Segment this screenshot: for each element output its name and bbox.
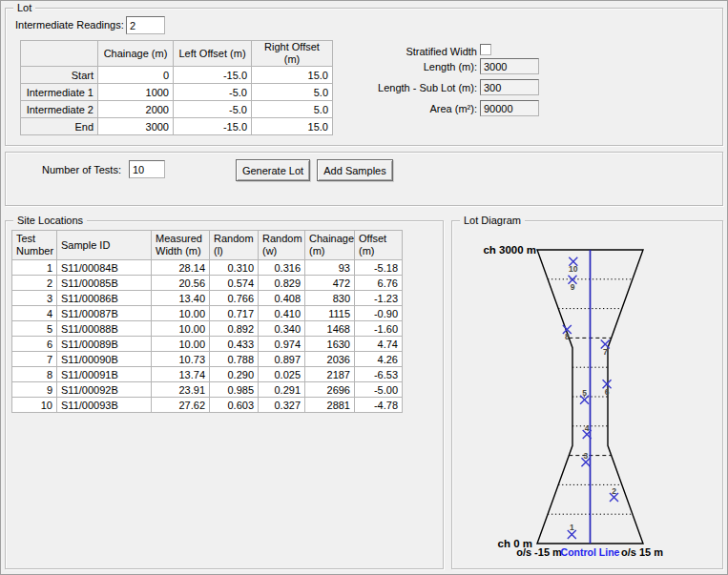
site-table-row: 3S11/00086B13.400.7660.408830-1.23	[12, 291, 403, 306]
lot-table-cell[interactable]: 15.0	[252, 118, 333, 135]
site-table-cell[interactable]: 0.340	[259, 321, 305, 337]
lot-table-cell[interactable]: -15.0	[174, 67, 252, 84]
site-table-cell[interactable]: 0.766	[210, 291, 259, 306]
site-table-cell[interactable]: 8	[12, 367, 57, 382]
site-table-cell[interactable]: 472	[305, 276, 355, 291]
site-table-cell[interactable]: 0.974	[259, 337, 305, 352]
test-marker-number: 7	[603, 347, 608, 357]
lot-table-row: End3000-15.015.0	[21, 118, 333, 135]
site-table-cell[interactable]: 2187	[305, 367, 355, 382]
site-table-cell[interactable]: 0.410	[259, 306, 305, 321]
site-table-cell[interactable]: 9	[12, 382, 57, 398]
site-table-cell[interactable]: 23.91	[152, 382, 210, 398]
site-table-cell[interactable]: 0.316	[259, 260, 305, 276]
lot-table-column-header: Left Offset (m)	[174, 41, 252, 67]
site-table-cell[interactable]: 2696	[305, 382, 355, 398]
lot-group-title: Lot	[13, 1, 35, 14]
site-table-cell[interactable]: S11/00093B	[57, 398, 152, 413]
site-table-cell[interactable]: 13.40	[152, 291, 210, 306]
length-input[interactable]	[480, 58, 539, 74]
site-table-cell[interactable]: 1468	[305, 321, 355, 337]
site-table-cell[interactable]: -5.00	[355, 382, 403, 398]
lot-table-cell[interactable]: 1000	[98, 84, 174, 101]
site-table-cell[interactable]: S11/00092B	[57, 382, 152, 398]
site-table-cell[interactable]: 28.14	[152, 260, 210, 276]
site-table-cell[interactable]: 10.00	[152, 337, 210, 352]
lot-table-cell[interactable]: 3000	[98, 118, 174, 135]
site-table-cell[interactable]: S11/00086B	[57, 291, 152, 306]
lot-table-cell[interactable]: 0	[98, 67, 174, 84]
site-table-cell[interactable]: 1	[12, 260, 57, 276]
site-table-cell[interactable]: 0.788	[210, 352, 259, 367]
site-table-cell[interactable]: 0.327	[259, 398, 305, 413]
site-table-cell[interactable]: S11/00088B	[57, 321, 152, 337]
lot-table-cell[interactable]: -15.0	[174, 118, 252, 135]
site-table-cell[interactable]: 2881	[305, 398, 355, 413]
site-table-cell[interactable]: 0.025	[259, 367, 305, 382]
site-table-cell[interactable]: 10.00	[152, 306, 210, 321]
site-table-cell[interactable]: 1115	[305, 306, 355, 321]
site-table-cell[interactable]: 0.897	[259, 352, 305, 367]
site-table-cell[interactable]: 4	[12, 306, 57, 321]
sublot-length-input[interactable]	[480, 79, 539, 95]
site-table-cell[interactable]: 27.62	[152, 398, 210, 413]
site-table-cell[interactable]: 6.76	[355, 276, 403, 291]
site-table-cell[interactable]: S11/00084B	[57, 260, 152, 276]
test-marker-number: 4	[585, 423, 590, 433]
site-locations-title: Site Locations	[13, 214, 87, 227]
site-table-cell[interactable]: S11/00089B	[57, 337, 152, 352]
area-input[interactable]	[480, 100, 539, 116]
site-table-cell[interactable]: 0.574	[210, 276, 259, 291]
site-table-cell[interactable]: 5	[12, 321, 57, 337]
site-table-cell[interactable]: 13.74	[152, 367, 210, 382]
site-table-cell[interactable]: -0.90	[355, 306, 403, 321]
site-table-cell[interactable]: 2	[12, 276, 57, 291]
site-table-cell[interactable]: S11/00091B	[57, 367, 152, 382]
site-table-cell[interactable]: -5.18	[355, 260, 403, 276]
intermediate-readings-input[interactable]	[126, 16, 165, 34]
site-table-cell[interactable]: 10	[12, 398, 57, 413]
intermediate-readings-label: Intermediate Readings:	[15, 19, 124, 31]
site-table-cell[interactable]: 93	[305, 260, 355, 276]
lot-table-cell[interactable]: 2000	[98, 101, 174, 118]
site-table-cell[interactable]: 7	[12, 352, 57, 367]
lot-groupbox: Lot Intermediate Readings: Chainage (m)L…	[5, 8, 723, 146]
tests-groupbox: Number of Tests: Generate Lot Add Sample…	[5, 152, 723, 206]
site-table-cell[interactable]: 0.310	[210, 260, 259, 276]
site-table-cell[interactable]: S11/00087B	[57, 306, 152, 321]
lot-table-cell[interactable]: -5.0	[174, 84, 252, 101]
site-table-cell[interactable]: 0.433	[210, 337, 259, 352]
add-samples-button[interactable]: Add Samples	[317, 159, 393, 181]
site-table-cell[interactable]: S11/00085B	[57, 276, 152, 291]
stratified-width-checkbox[interactable]	[480, 44, 491, 55]
site-table-cell[interactable]: 0.717	[210, 306, 259, 321]
site-table-cell[interactable]: 6	[12, 337, 57, 352]
site-table-row: 9S11/00092B23.910.9850.2912696-5.00	[12, 382, 403, 398]
site-table-cell[interactable]: 3	[12, 291, 57, 306]
site-table-cell[interactable]: -1.60	[355, 321, 403, 337]
site-table-cell[interactable]: 20.56	[152, 276, 210, 291]
site-table-cell[interactable]: 0.829	[259, 276, 305, 291]
site-table-cell[interactable]: 4.26	[355, 352, 403, 367]
lot-table-row-header: Start	[21, 67, 98, 84]
site-table-cell[interactable]: S11/00090B	[57, 352, 152, 367]
site-table-cell[interactable]: -6.53	[355, 367, 403, 382]
site-table-cell[interactable]: 0.603	[210, 398, 259, 413]
lot-table-cell[interactable]: -5.0	[174, 101, 252, 118]
site-table-cell[interactable]: 10.73	[152, 352, 210, 367]
site-table-cell[interactable]: 0.291	[259, 382, 305, 398]
site-table-cell[interactable]: 0.290	[210, 367, 259, 382]
site-table-cell[interactable]: 0.892	[210, 321, 259, 337]
site-table-cell[interactable]: 830	[305, 291, 355, 306]
site-table-cell[interactable]: -4.78	[355, 398, 403, 413]
generate-lot-button[interactable]: Generate Lot	[236, 159, 310, 181]
site-table-cell[interactable]: -1.23	[355, 291, 403, 306]
site-table-cell[interactable]: 0.408	[259, 291, 305, 306]
site-table-cell[interactable]: 4.74	[355, 337, 403, 352]
site-table-cell[interactable]: 2036	[305, 352, 355, 367]
site-table-cell[interactable]: 0.985	[210, 382, 259, 398]
site-table-cell[interactable]: 10.00	[152, 321, 210, 337]
offset-right-label: o/s 15 m	[621, 546, 663, 558]
number-of-tests-input[interactable]	[129, 160, 165, 178]
site-table-cell[interactable]: 1630	[305, 337, 355, 352]
